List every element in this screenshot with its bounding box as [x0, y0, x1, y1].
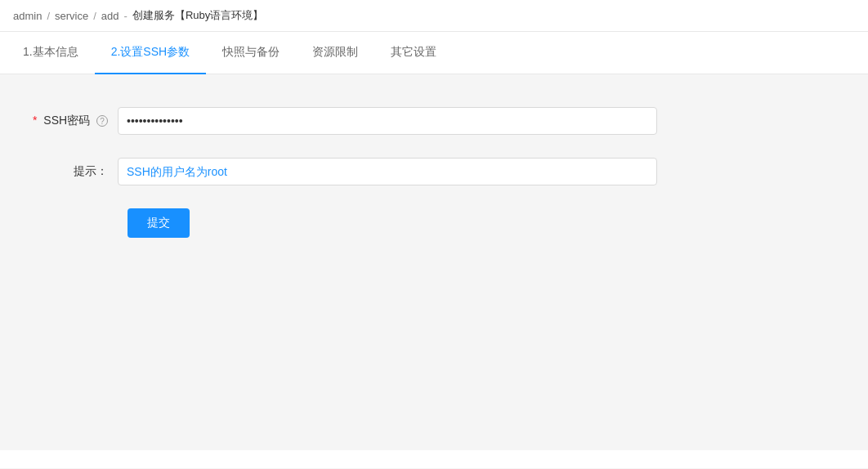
hint-label: 提示：: [20, 164, 118, 179]
breadcrumb-admin[interactable]: admin: [13, 10, 42, 22]
breadcrumb: admin / service / add - 创建服务【Ruby语言环境】: [0, 0, 868, 32]
breadcrumb-title: 创建服务【Ruby语言环境】: [132, 8, 263, 23]
ssh-password-help-icon[interactable]: ?: [96, 115, 108, 127]
required-mark: *: [33, 114, 37, 127]
ssh-password-row: * SSH密码 ?: [20, 107, 848, 135]
breadcrumb-service[interactable]: service: [55, 10, 88, 22]
hint-input[interactable]: [118, 158, 657, 185]
main-content: 1.基本信息 2.设置SSH参数 快照与备份 资源限制 其它设置 * SSH密码…: [0, 32, 868, 468]
tab-other[interactable]: 其它设置: [374, 32, 453, 74]
breadcrumb-sep3: -: [124, 10, 128, 22]
hint-row: 提示：: [20, 158, 848, 185]
submit-row: 提交: [20, 208, 848, 238]
breadcrumb-sep1: /: [47, 10, 50, 22]
tab-resource[interactable]: 资源限制: [296, 32, 374, 74]
tab-basic[interactable]: 1.基本信息: [20, 32, 95, 74]
tab-snapshot[interactable]: 快照与备份: [206, 32, 296, 74]
ssh-password-label: * SSH密码 ?: [20, 114, 118, 128]
breadcrumb-sep2: /: [93, 10, 96, 22]
submit-button[interactable]: 提交: [128, 208, 190, 238]
form-area: * SSH密码 ? 提示： 提交: [0, 74, 868, 450]
breadcrumb-add[interactable]: add: [101, 10, 119, 22]
tab-ssh[interactable]: 2.设置SSH参数: [95, 32, 206, 74]
tabs-bar: 1.基本信息 2.设置SSH参数 快照与备份 资源限制 其它设置: [0, 32, 868, 74]
ssh-password-input[interactable]: [118, 107, 657, 135]
